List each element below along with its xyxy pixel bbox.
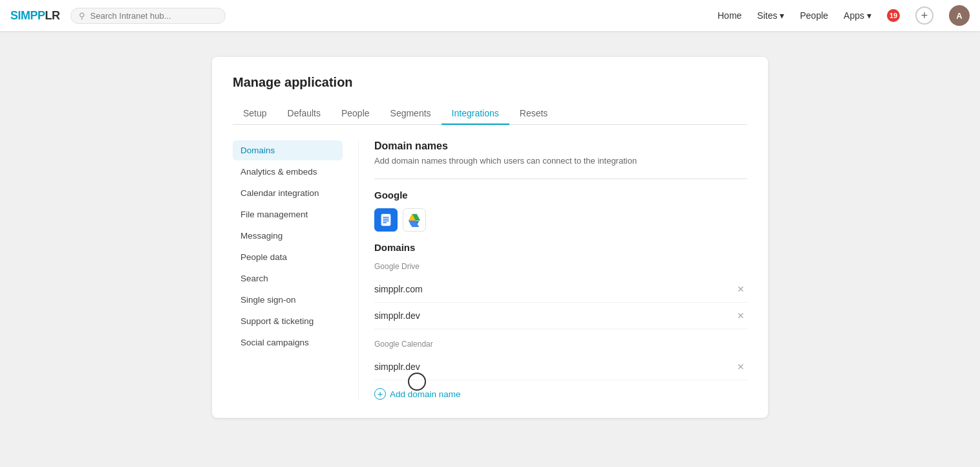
search-input[interactable] [91,11,217,21]
content-area: Domains Analytics & embeds Calendar inte… [233,140,747,400]
tab-resets[interactable]: Resets [509,103,559,125]
navbar: SIMPPLR ⚲ Home Sites ▾ People Apps ▾ 19 … [0,0,980,31]
google-label: Google [374,190,747,201]
drive-domain-value-1: simpplr.com [374,284,423,294]
remove-drive-domain-1-button[interactable]: ✕ [734,283,747,296]
sidebar-item-messaging[interactable]: Messaging [233,226,343,246]
main-content: Domain names Add domain names through wh… [358,140,747,400]
remove-drive-domain-2-button[interactable]: ✕ [734,309,747,322]
google-icons [374,208,747,232]
svg-rect-3 [383,221,389,221]
google-calendar-label: Google Calendar [374,340,747,349]
tab-people[interactable]: People [331,103,380,125]
page-wrapper: Manage application Setup Defaults People… [0,31,980,444]
remove-cal-domain-1-button[interactable]: ✕ [734,360,747,373]
svg-rect-1 [383,217,389,217]
sidebar-item-analytics[interactable]: Analytics & embeds [233,162,343,182]
sidebar-item-calendar[interactable]: Calendar integration [233,183,343,203]
drive-domain-value-2: simpplr.dev [374,310,420,321]
tab-integrations[interactable]: Integrations [442,103,509,125]
navbar-right: Home Sites ▾ People Apps ▾ 19 + A [718,5,970,26]
tab-setup[interactable]: Setup [233,103,277,125]
sidebar-item-people-data[interactable]: People data [233,247,343,267]
sidebar-item-social[interactable]: Social campaigns [233,332,343,353]
logo: SIMPPLR [10,9,60,23]
nav-apps[interactable]: Apps ▾ [844,10,871,21]
domain-names-title: Domain names [374,140,747,152]
sidebar-item-support[interactable]: Support & ticketing [233,311,343,331]
nav-people[interactable]: People [800,10,828,21]
nav-sites[interactable]: Sites ▾ [757,10,784,21]
manage-application-card: Manage application Setup Defaults People… [212,57,768,418]
search-bar[interactable]: ⚲ [70,8,226,24]
domain-names-desc: Add domain names through which users can… [374,156,747,166]
chevron-down-icon: ▾ [867,10,871,21]
sidebar-item-search[interactable]: Search [233,268,343,288]
divider-top [374,179,747,179]
page-title: Manage application [233,75,747,90]
add-domain-label: Add domain name [390,389,461,399]
notification-badge[interactable]: 19 [887,9,900,22]
domains-section-label: Domains [374,242,747,253]
google-drive-label: Google Drive [374,262,747,271]
tabs: Setup Defaults People Segments Integrati… [233,103,747,125]
svg-rect-4 [383,223,387,223]
svg-rect-2 [383,219,389,219]
add-domain-link[interactable]: + Add domain name [374,388,747,400]
cal-domain-row-1: simpplr.dev ✕ [374,354,747,380]
google-drive-icon [403,208,426,232]
drive-domain-row-2: simpplr.dev ✕ [374,303,747,329]
sidebar: Domains Analytics & embeds Calendar inte… [233,140,343,400]
tab-segments[interactable]: Segments [380,103,442,125]
google-sheets-icon [374,208,398,232]
chevron-down-icon: ▾ [780,10,784,21]
sidebar-item-domains[interactable]: Domains [233,140,343,160]
drive-domain-row-1: simpplr.com ✕ [374,276,747,303]
tab-defaults[interactable]: Defaults [277,103,331,125]
add-button[interactable]: + [915,6,933,25]
cal-domain-value-1: simpplr.dev [374,362,420,372]
svg-rect-0 [381,214,391,226]
avatar[interactable]: A [949,5,970,26]
sidebar-item-sso[interactable]: Single sign-on [233,290,343,310]
search-icon: ⚲ [79,11,85,21]
add-domain-plus-icon: + [374,388,386,400]
sidebar-item-file-mgmt[interactable]: File management [233,204,343,224]
nav-home[interactable]: Home [718,10,741,21]
